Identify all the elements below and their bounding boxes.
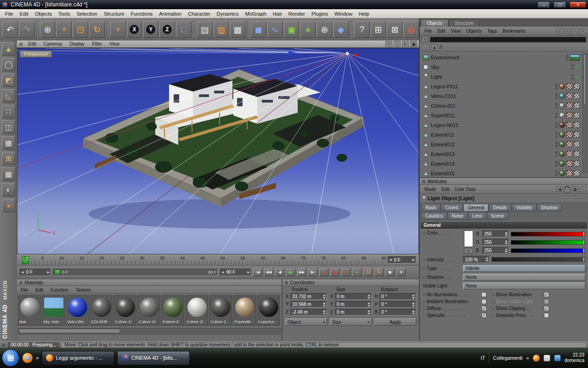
color-expand-icon[interactable]: ▸	[464, 248, 473, 253]
links-toolbar-label[interactable]: Collegamenti	[493, 355, 522, 361]
om-menu-bookmarks[interactable]: Bookmarks	[500, 28, 528, 34]
object-row[interactable]: ▲ Legno-N011	[423, 120, 588, 130]
uvw-tag-icon[interactable]	[574, 151, 580, 157]
record-rotation-toggle[interactable]: ↻	[374, 268, 384, 276]
quicklaunch-chevron-icon[interactable]: »	[36, 355, 39, 361]
texture-tag-icon[interactable]	[566, 161, 572, 167]
rotate-icon[interactable]: ↻	[89, 21, 105, 38]
prev-key-button[interactable]: ◀◀	[264, 268, 273, 276]
start-button[interactable]: ⊞	[2, 349, 19, 367]
red-value-field[interactable]: 255	[482, 230, 509, 237]
texture-tag-icon[interactable]	[566, 122, 572, 128]
texture-tag-icon[interactable]	[566, 112, 572, 118]
diffuse-checkbox[interactable]: ✓	[481, 306, 486, 311]
object-row[interactable]: ▲ Legno-P011	[423, 81, 588, 91]
lock-icon[interactable]	[564, 186, 571, 192]
tab-visibility[interactable]: Visibility	[512, 204, 537, 212]
record-options-button[interactable]: ⊙	[341, 268, 351, 276]
material-item[interactable]: Mat	[18, 295, 41, 326]
object-tree-scrollbar[interactable]	[582, 53, 587, 173]
specular-checkbox[interactable]: ✓	[481, 313, 486, 318]
rotation-h-field[interactable]: 0 °	[379, 293, 416, 300]
object-row[interactable]: ▲ Estemi013	[423, 149, 588, 159]
visibility-dot[interactable]	[555, 132, 558, 134]
render-active-view-icon[interactable]: ▥	[214, 21, 229, 38]
material-tag-icon[interactable]	[559, 112, 565, 118]
visibility-dot[interactable]	[555, 93, 558, 96]
viewport-menu-display[interactable]: Display	[66, 41, 88, 47]
maximize-button[interactable]: □	[554, 1, 566, 8]
object-row-sky[interactable]: Sky ✓	[423, 62, 588, 72]
object-row[interactable]: ▲ Estemi015	[423, 168, 588, 177]
goto-start-button[interactable]: |◀	[253, 268, 262, 276]
attr-menu-userdata[interactable]: User Data	[452, 186, 478, 192]
intensity-field[interactable]: 100 %	[463, 256, 490, 263]
search-icon[interactable]: ○	[556, 28, 563, 34]
tab-shadow[interactable]: Shadow	[537, 204, 562, 212]
object-row[interactable]: ▲ Estemi014	[423, 159, 588, 168]
color-swatch[interactable]	[464, 230, 473, 247]
menu-plugins[interactable]: Plugins	[308, 10, 331, 17]
viewport-3d-canvas[interactable]: Perspective	[17, 48, 419, 254]
size-x-field[interactable]: 0 m	[335, 293, 372, 300]
material-tag-icon[interactable]	[559, 122, 565, 128]
autokeying-button[interactable]: ◉	[330, 268, 339, 276]
content-browser-icon[interactable]: ⊠	[387, 21, 402, 38]
tab-lens[interactable]: Lens	[468, 212, 486, 220]
visibility-dot[interactable]	[555, 161, 558, 163]
lock-x-icon[interactable]: X	[127, 21, 142, 38]
animation-mode-icon[interactable]: ◐	[2, 183, 15, 196]
add-deformer-icon[interactable]: ◆	[333, 21, 349, 38]
show-clipping-checkbox[interactable]: ✓	[544, 306, 549, 311]
menu-tools[interactable]: Tools	[55, 10, 74, 17]
add-spline-icon[interactable]: ∿	[267, 21, 283, 38]
collapse-icon[interactable]: −	[572, 28, 578, 34]
materials-menu-file[interactable]: File	[17, 287, 32, 293]
material-tag-icon[interactable]	[559, 132, 565, 138]
menu-structure[interactable]: Structure	[101, 10, 128, 17]
material-item[interactable]: Copertur...	[257, 295, 280, 326]
expand-icon[interactable]: +	[580, 28, 586, 34]
menu-help[interactable]: Help	[356, 10, 373, 17]
blue-value-field[interactable]: 255	[482, 247, 509, 254]
materials-scrollbar[interactable]	[18, 328, 281, 334]
record-keyframe-button[interactable]: ●	[319, 268, 328, 276]
visibility-dot[interactable]	[571, 64, 574, 67]
timeline-ruler[interactable]: 05 1015 2025 3035 4045 5055 6065 7075 80…	[17, 254, 419, 265]
scale-icon[interactable]: ⊡	[73, 21, 88, 38]
active-tool-icon[interactable]: +	[110, 21, 126, 38]
edges-mode-icon[interactable]: ◫	[2, 121, 15, 134]
tab-scene[interactable]: Scene	[487, 212, 508, 220]
material-tag-icon[interactable]	[559, 161, 565, 167]
new-panel-icon[interactable]: +	[580, 186, 586, 192]
position-x-field[interactable]: 33.732 m	[290, 293, 327, 300]
add-cube-icon[interactable]: ◼	[251, 21, 266, 38]
tab-caustics[interactable]: Caustics	[421, 212, 447, 220]
online-help-globe-icon[interactable]: ◍	[403, 21, 419, 38]
model-mode-icon[interactable]: ◯	[2, 58, 15, 71]
viewport-menu-view[interactable]: View	[106, 41, 123, 47]
om-menu-tags[interactable]: Tags	[485, 28, 500, 34]
material-item[interactable]: Colore-2...	[209, 295, 232, 326]
language-indicator[interactable]: IT	[481, 355, 486, 361]
material-item[interactable]: Colore-2!	[185, 295, 208, 326]
visibility-dot[interactable]	[555, 151, 558, 154]
pan-view-icon[interactable]: +	[385, 41, 392, 47]
record-scale-toggle[interactable]: ⊡	[363, 268, 373, 276]
material-item[interactable]: Colore-0!	[137, 295, 160, 326]
menu-window[interactable]: Window	[331, 10, 356, 17]
visibility-dot[interactable]	[571, 74, 574, 76]
intensity-slider[interactable]	[492, 257, 585, 262]
object-row[interactable]: ▲ Estemi011	[423, 130, 588, 139]
viewport-camera-label[interactable]: Perspective	[20, 51, 52, 58]
record-parameter-toggle[interactable]: ▣	[385, 268, 395, 276]
red-slider[interactable]	[511, 232, 585, 236]
material-item[interactable]: Sky Volu	[42, 295, 65, 326]
material-item[interactable]: Vetro-Blu	[66, 295, 89, 326]
uvw-tag-icon[interactable]	[574, 93, 580, 99]
position-y-field[interactable]: 10.568 m	[290, 301, 327, 308]
material-item[interactable]: Colore-1!	[113, 295, 136, 326]
kinematics-mode-icon[interactable]: ●	[2, 199, 15, 212]
home-icon[interactable]: ⌂	[422, 44, 429, 50]
green-value-field[interactable]: 255	[482, 239, 509, 246]
